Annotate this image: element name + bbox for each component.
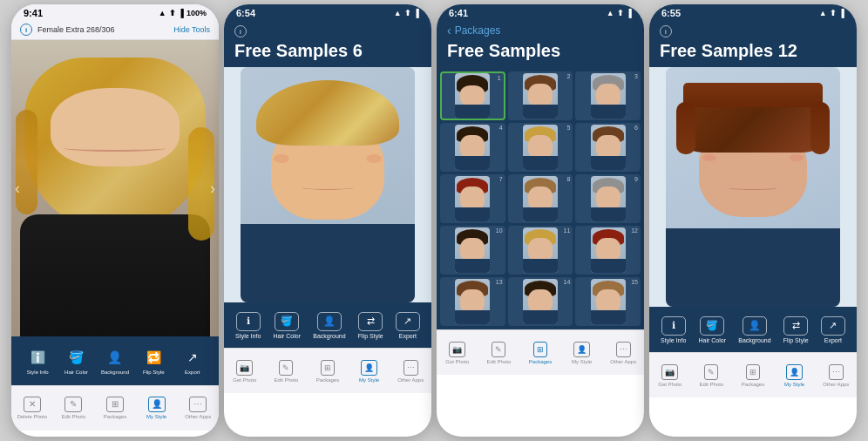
- bottom-editphoto-4[interactable]: ✎ Edit Photo: [695, 364, 728, 387]
- bottom-packages-3[interactable]: ⊞ Packages: [524, 342, 557, 364]
- signal-icon-2: ▲: [394, 9, 402, 17]
- grid-cell-1[interactable]: 1: [440, 71, 505, 120]
- hair-color-icon-1: 🪣: [66, 347, 87, 368]
- toolbar-style-info-2[interactable]: ℹ Style Info: [235, 312, 261, 339]
- arrow-right-1[interactable]: ›: [210, 180, 215, 198]
- grid-cell-6[interactable]: 6: [575, 123, 641, 172]
- toolbar-background-1[interactable]: 👤 Background: [99, 347, 131, 375]
- body-2: [241, 224, 415, 302]
- grid-cell-13[interactable]: 13: [440, 277, 505, 326]
- mini-portrait-10: [455, 227, 490, 273]
- status-icons-1: ▲ ⬆ ▐ 100%: [159, 9, 207, 17]
- mini-portrait-12: [591, 227, 626, 273]
- mystyle-icon-4: 👤: [786, 364, 803, 380]
- phone-screen-3: 6:41 ▲ ⬆ ▐ ‹ Packages Free Samples 1: [437, 4, 644, 437]
- bottom-packages-2[interactable]: ⊞ Packages: [311, 360, 344, 383]
- status-time-1: 9:41: [24, 8, 43, 18]
- back-arrow-3[interactable]: ‹: [447, 24, 451, 37]
- mini-portrait-15: [591, 279, 626, 324]
- screen4-title: Free Samples 12: [660, 41, 846, 60]
- screen2-toolbar: ℹ Style Info 🪣 Hair Color 👤 Background ⇄…: [224, 302, 431, 348]
- export-icon-4: ↗: [821, 316, 845, 336]
- hide-tools-btn[interactable]: Hide Tools: [173, 25, 210, 34]
- toolbar-flip-2[interactable]: ⇄ Flip Style: [358, 312, 383, 339]
- bottom-mystyle-4[interactable]: 👤 My Style: [778, 364, 811, 387]
- bottom-editphoto-2[interactable]: ✎ Edit Photo: [269, 360, 302, 383]
- packages-icon-1: ⊞: [106, 397, 124, 412]
- screen4-main-photo: [649, 67, 857, 307]
- face-art-1: [51, 88, 180, 166]
- status-bar-4: 6:55 ▲ ⬆ ▐: [649, 4, 857, 20]
- screenshots-container: 9:41 ▲ ⬆ ▐ 100% i Female Extra 268/306 H…: [0, 0, 868, 441]
- packages-icon-3: ⊞: [533, 342, 547, 357]
- bottom-otherapps-4[interactable]: ⋯ Other Apps: [819, 364, 852, 387]
- grid-cell-14[interactable]: 14: [508, 277, 573, 326]
- bottom-getphoto-4[interactable]: 📷 Get Photo: [654, 364, 687, 387]
- grid-cell-12[interactable]: 12: [575, 226, 641, 275]
- mystyle-icon-3: 👤: [573, 342, 590, 357]
- status-bar-3: 6:41 ▲ ⬆ ▐: [437, 4, 644, 20]
- grid-cell-3[interactable]: 3: [575, 71, 641, 120]
- toolbar-hair-color-2[interactable]: 🪣 Hair Color: [274, 312, 302, 339]
- back-label-3[interactable]: Packages: [455, 24, 501, 37]
- toolbar-flip-1[interactable]: 🔁 Flip Style: [138, 347, 169, 375]
- toolbar-flip-4[interactable]: ⇄ Flip Style: [783, 316, 809, 343]
- bottom-otherapps-1[interactable]: ⋯ Other Apps: [180, 397, 215, 419]
- packages-icon-2: ⊞: [321, 360, 335, 376]
- arrow-left-1[interactable]: ‹: [15, 180, 20, 198]
- grid-cell-11[interactable]: 11: [508, 226, 573, 275]
- hair-left-4: [676, 102, 695, 154]
- battery-icon-4: ▐: [839, 9, 844, 17]
- battery-label-1: 100%: [186, 9, 207, 17]
- grid-cell-15[interactable]: 15: [575, 277, 641, 326]
- bottom-packages-4[interactable]: ⊞ Packages: [736, 364, 770, 387]
- getphoto-icon-2: 📷: [236, 360, 253, 376]
- grid-cell-7[interactable]: 7: [440, 174, 505, 223]
- mini-portrait-1: [455, 73, 490, 119]
- status-icons-2: ▲ ⬆ ▐: [394, 9, 419, 17]
- toolbar-hair-color-4[interactable]: 🪣 Hair Color: [699, 316, 727, 343]
- toolbar-export-1[interactable]: ↗ Export: [177, 347, 208, 375]
- bottom-otherapps-3[interactable]: ⋯ Other Apps: [607, 342, 640, 364]
- bottom-mystyle-1[interactable]: 👤 My Style: [139, 397, 174, 419]
- toolbar-label-background: Background: [101, 370, 129, 375]
- info-icon-1[interactable]: i: [20, 24, 32, 36]
- signal-icon-4: ▲: [819, 9, 827, 17]
- grid-cell-10[interactable]: 10: [440, 226, 505, 275]
- grid-cell-2[interactable]: 2: [508, 71, 573, 120]
- hair-2: [256, 80, 399, 146]
- bottom-gotphoto-3[interactable]: 📷 Got Photo: [441, 342, 474, 364]
- mini-portrait-6: [591, 125, 626, 170]
- bottom-edit-1[interactable]: ✎ Edit Photo: [56, 397, 91, 419]
- photo-bg-1: [11, 40, 219, 336]
- screen1-main-photo: ‹ ›: [11, 40, 219, 336]
- grid-cell-9[interactable]: 9: [575, 174, 641, 223]
- bottom-mystyle-2[interactable]: 👤 My Style: [353, 360, 386, 383]
- grid-cell-8[interactable]: 8: [508, 174, 573, 223]
- toolbar-hair-color-1[interactable]: 🪣 Hair Color: [61, 347, 92, 375]
- mini-portrait-5: [523, 125, 558, 170]
- mini-portrait-3: [591, 73, 626, 119]
- toolbar-background-2[interactable]: 👤 Background: [313, 312, 345, 339]
- toolbar-style-info-1[interactable]: ℹ️ Style Info: [22, 347, 53, 375]
- bottom-otherapps-2[interactable]: ⋯ Other Apps: [394, 360, 427, 383]
- bottom-editphoto-3[interactable]: ✎ Edit Photo: [482, 342, 515, 364]
- toolbar-style-info-4[interactable]: ℹ Style Info: [661, 316, 686, 343]
- bottom-getphoto-2[interactable]: 📷 Get Photo: [228, 360, 261, 383]
- grid-cell-4[interactable]: 4: [440, 123, 505, 172]
- bottom-packages-1[interactable]: ⊞ Packages: [98, 397, 132, 419]
- info-icon-4[interactable]: i: [660, 25, 672, 37]
- body-art-1: [20, 214, 210, 336]
- grid-cell-5[interactable]: 5: [508, 123, 573, 172]
- screen1-bottom-bar: ✕ Delete Photo ✎ Edit Photo ⊞ Packages 👤…: [11, 385, 219, 431]
- bottom-delete-1[interactable]: ✕ Delete Photo: [15, 397, 50, 419]
- toolbar-export-2[interactable]: ↗ Export: [396, 312, 420, 339]
- screen2-main-photo: [224, 67, 431, 302]
- mini-portrait-7: [455, 176, 490, 221]
- info-icon-2[interactable]: i: [234, 25, 247, 37]
- toolbar-background-4[interactable]: 👤 Background: [738, 316, 770, 343]
- phone-screen-2: 6:54 ▲ ⬆ ▐ i Free Samples 6: [224, 4, 431, 437]
- toolbar-export-4[interactable]: ↗ Export: [821, 316, 845, 343]
- toolbar-label-hair-color: Hair Color: [64, 370, 88, 375]
- bottom-mystyle-3[interactable]: 👤 My Style: [566, 342, 599, 364]
